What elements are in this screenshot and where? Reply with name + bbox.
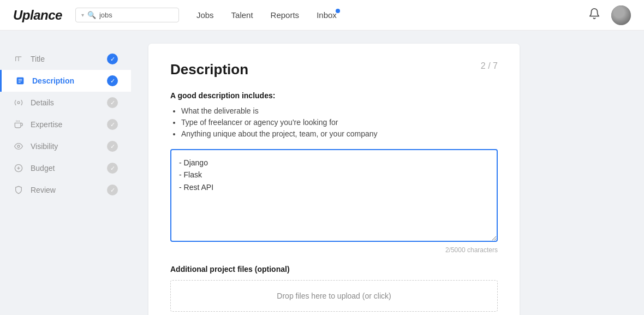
sidebar-label-expertise: Expertise [31, 120, 107, 129]
sidebar-label-budget: Budget [31, 164, 107, 173]
budget-check-icon: ✓ [107, 163, 118, 174]
hint-list: What the deliverable is Type of freelanc… [170, 106, 498, 138]
sidebar-label-review: Review [31, 186, 107, 194]
title-check-icon: ✓ [107, 54, 118, 64]
sidebar-item-visibility[interactable]: Visibility ✓ [0, 135, 131, 157]
nav-inbox[interactable]: Inbox [317, 10, 337, 20]
sidebar-label-visibility: Visibility [31, 142, 107, 151]
nav-reports[interactable]: Reports [271, 10, 300, 20]
svg-point-11 [17, 145, 20, 147]
sidebar-item-expertise[interactable]: Expertise ✓ [0, 114, 131, 135]
card-title: Description [170, 61, 248, 78]
details-check-icon: ✓ [107, 97, 118, 108]
sidebar: Title ✓ Description ✓ Details ✓ Expertis… [0, 31, 131, 315]
logo: Uplance [13, 8, 62, 23]
main-layout: Title ✓ Description ✓ Details ✓ Expertis… [0, 31, 644, 315]
sidebar-label-title: Title [31, 55, 107, 63]
expertise-icon [13, 119, 24, 130]
hint-item-0: What the deliverable is [181, 106, 498, 115]
content-area: Description 2 / 7 A good description inc… [131, 31, 644, 315]
card-progress: 2 / 7 [481, 61, 498, 71]
description-icon [15, 75, 26, 86]
sidebar-item-review[interactable]: Review ✓ [0, 179, 131, 201]
description-hint: A good description includes: [170, 91, 498, 100]
budget-icon [13, 163, 24, 174]
avatar[interactable] [611, 5, 631, 25]
search-input[interactable] [99, 11, 165, 19]
description-textarea[interactable]: - Django - Flask - Rest API [170, 149, 498, 242]
char-count: 2/5000 characters [170, 246, 498, 254]
sidebar-label-details: Details [31, 98, 107, 107]
sidebar-item-description[interactable]: Description ✓ [0, 70, 131, 92]
review-check-icon: ✓ [107, 185, 118, 195]
hint-item-1: Type of freelancer or agency you're look… [181, 118, 498, 127]
nav-inbox-wrapper[interactable]: Inbox [317, 10, 337, 20]
review-icon [13, 185, 24, 195]
avatar-image [611, 5, 631, 25]
inbox-notification-dot [336, 9, 340, 13]
description-check-icon: ✓ [107, 75, 118, 86]
nav-jobs[interactable]: Jobs [196, 10, 214, 20]
search-icon: 🔍 [87, 11, 96, 19]
sidebar-item-budget[interactable]: Budget ✓ [0, 157, 131, 179]
nav-talent[interactable]: Talent [231, 10, 253, 20]
nav-links: Jobs Talent Reports Inbox [196, 10, 588, 20]
sidebar-label-description: Description [32, 76, 107, 85]
content-card: Description 2 / 7 A good description inc… [148, 44, 520, 315]
search-chevron-icon: ▾ [81, 12, 84, 18]
details-icon [13, 97, 24, 108]
header: Uplance ▾ 🔍 Jobs Talent Reports Inbox [0, 0, 644, 31]
dropzone[interactable]: Drop files here to upload (or click) [170, 280, 498, 312]
hint-item-2: Anything unique about the project, team,… [181, 129, 498, 138]
expertise-check-icon: ✓ [107, 119, 118, 130]
header-right [588, 5, 631, 25]
notification-bell-icon[interactable] [588, 8, 600, 22]
sidebar-item-title[interactable]: Title ✓ [0, 48, 131, 70]
title-icon [13, 54, 24, 64]
visibility-check-icon: ✓ [107, 141, 118, 152]
svg-point-7 [17, 102, 20, 104]
sidebar-item-details[interactable]: Details ✓ [0, 92, 131, 114]
card-header: Description 2 / 7 [170, 61, 498, 78]
visibility-icon [13, 141, 24, 152]
search-wrapper[interactable]: ▾ 🔍 [75, 8, 179, 22]
additional-files-label: Additional project files (optional) [170, 265, 498, 274]
dropzone-text: Drop files here to upload (or click) [277, 292, 391, 300]
